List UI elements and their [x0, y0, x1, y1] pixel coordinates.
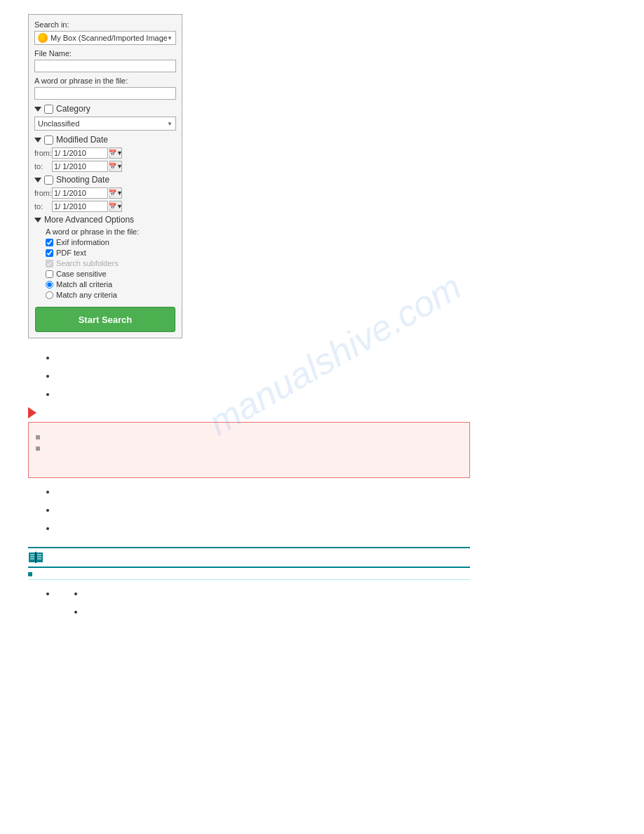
search-panel: Search in: My Box (Scanned/Imported Imag…: [28, 14, 182, 338]
shooting-to-input[interactable]: 1/ 1/2010: [52, 201, 108, 212]
case-checkbox[interactable]: [46, 270, 53, 278]
exif-checkbox[interactable]: [46, 239, 53, 246]
modified-to-label: to:: [34, 162, 52, 171]
red-flag-section: [28, 407, 616, 478]
modified-date-checkbox[interactable]: [44, 135, 53, 145]
red-box: [28, 422, 470, 478]
file-name-input[interactable]: [34, 60, 176, 72]
triangle-down-icon: [34, 107, 41, 112]
modified-to-value: 1/ 1/2010: [54, 162, 86, 171]
teal-section: [28, 547, 616, 580]
modified-from-input[interactable]: 1/ 1/2010: [52, 147, 108, 159]
bullet-list-1: [28, 352, 616, 399]
triangle-down-icon: [34, 218, 41, 223]
teal-item: [28, 568, 470, 580]
match-all-label: Match all criteria: [56, 280, 112, 289]
book-icon: [28, 551, 43, 564]
category-label: Category: [56, 104, 90, 114]
match-any-row: Match any criteria: [46, 291, 176, 299]
exif-label: Exif information: [56, 238, 109, 246]
shooting-from-row: from: 1/ 1/2010 📅▼: [34, 187, 176, 199]
chevron-down-icon: ▼: [167, 35, 173, 41]
red-box-item: [36, 434, 462, 439]
modified-from-cal-button[interactable]: 📅▼: [109, 147, 122, 159]
shooting-date-label: Shooting Date: [56, 175, 109, 185]
bullet-list-2: [28, 486, 616, 533]
search-in-value: My Box (Scanned/Imported Images): [51, 34, 167, 42]
list-item: [56, 523, 616, 533]
modified-date-label: Modified Date: [56, 135, 108, 145]
bullet-list-3: [28, 588, 616, 616]
red-flag-icon: [28, 407, 36, 418]
category-select[interactable]: Unclassified ▼: [34, 117, 176, 131]
list-item: [56, 505, 616, 515]
box-icon: [38, 33, 48, 43]
list-item: [56, 389, 616, 399]
teal-bar: [28, 547, 470, 568]
category-checkbox[interactable]: [44, 105, 53, 114]
shooting-from-cal-button[interactable]: 📅▼: [109, 187, 122, 199]
pdf-label: PDF text: [56, 249, 86, 257]
advanced-label: More Advanced Options: [44, 215, 134, 225]
advanced-sub-label: A word or phrase in the file:: [34, 227, 176, 236]
modified-date-header[interactable]: Modified Date: [34, 135, 176, 145]
advanced-options-header[interactable]: More Advanced Options: [34, 215, 176, 225]
shooting-to-value: 1/ 1/2010: [54, 202, 86, 211]
shooting-from-value: 1/ 1/2010: [54, 189, 86, 197]
subfolders-row: Search subfolders: [46, 259, 176, 267]
calendar-icon: 📅: [109, 190, 116, 197]
list-item: [56, 352, 616, 362]
triangle-down-icon: [34, 138, 41, 143]
shooting-from-label: from:: [34, 189, 52, 197]
sub-bullet-list: [56, 588, 616, 616]
bullet-square-icon: [36, 435, 40, 439]
calendar-icon: 📅: [109, 203, 116, 210]
category-section-header[interactable]: Category: [34, 104, 176, 114]
subfolders-checkbox[interactable]: [46, 260, 53, 267]
svg-rect-1: [36, 552, 43, 562]
phrase-input[interactable]: [34, 87, 176, 100]
red-box-item: [36, 445, 462, 451]
modified-to-cal-button[interactable]: 📅▼: [109, 161, 122, 172]
bullet-square-icon: [36, 446, 40, 451]
shooting-date-checkbox[interactable]: [44, 176, 53, 185]
list-item: [84, 588, 616, 598]
subfolders-label: Search subfolders: [56, 259, 119, 267]
list-item: [56, 486, 616, 496]
list-item: [56, 371, 616, 380]
match-any-label: Match any criteria: [56, 291, 117, 299]
svg-rect-2: [35, 552, 36, 563]
shooting-to-cal-button[interactable]: 📅▼: [109, 201, 122, 212]
match-any-radio[interactable]: [46, 291, 53, 299]
category-value: Unclassified: [38, 119, 167, 128]
pdf-checkbox[interactable]: [46, 249, 53, 257]
start-search-button[interactable]: Start Search: [35, 307, 175, 332]
pdf-row: PDF text: [46, 249, 176, 257]
shooting-from-input[interactable]: 1/ 1/2010: [52, 187, 108, 199]
calendar-icon: 📅: [109, 163, 116, 170]
file-name-label: File Name:: [34, 49, 176, 58]
match-all-row: Match all criteria: [46, 280, 176, 289]
phrase-label: A word or phrase in the file:: [34, 77, 176, 85]
search-in-label: Search in:: [34, 20, 176, 29]
modified-to-input[interactable]: 1/ 1/2010: [52, 161, 108, 172]
shooting-to-row: to: 1/ 1/2010 📅▼: [34, 201, 176, 212]
list-item: [84, 607, 616, 616]
case-row: Case sensitive: [46, 270, 176, 278]
exif-row: Exif information: [46, 238, 176, 246]
triangle-down-icon: [34, 178, 41, 183]
shooting-date-header[interactable]: Shooting Date: [34, 175, 176, 185]
case-label: Case sensitive: [56, 270, 107, 278]
calendar-icon: 📅: [109, 150, 116, 157]
search-in-select[interactable]: My Box (Scanned/Imported Images) ▼: [34, 31, 176, 45]
bullet-square-icon: [28, 572, 32, 576]
modified-to-row: to: 1/ 1/2010 📅▼: [34, 161, 176, 172]
chevron-down-icon: ▼: [167, 121, 173, 127]
svg-rect-0: [29, 552, 35, 562]
modified-from-value: 1/ 1/2010: [54, 149, 86, 157]
modified-from-row: from: 1/ 1/2010 📅▼: [34, 147, 176, 159]
shooting-to-label: to:: [34, 202, 52, 211]
list-item: [56, 588, 616, 616]
match-all-radio[interactable]: [46, 281, 53, 289]
modified-from-label: from:: [34, 149, 52, 157]
